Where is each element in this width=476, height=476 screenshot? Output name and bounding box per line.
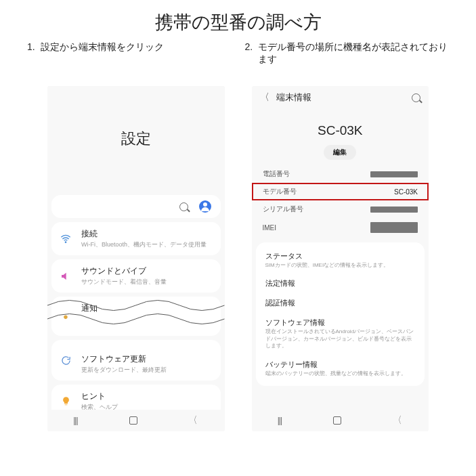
bell-icon: ● [60, 311, 71, 322]
device-model-name: SC-03K [252, 123, 429, 138]
section-sub: 現在インストールされているAndroidバージョン、ベースバンドバージョン、カー… [265, 328, 416, 349]
settings-search-row [51, 195, 221, 218]
kv-label: モデル番号 [263, 187, 297, 196]
kv-imei[interactable]: IMEI [252, 218, 429, 237]
section-title: ソフトウェア情報 [265, 318, 416, 328]
page-title: 携帯の型番の調べ方 [0, 0, 476, 41]
kv-value: SC-03K [394, 188, 418, 196]
phone-screenshot-device-info: 〈 端末情報 SC-03K 編集 電話番号 モデル番号 SC-03K シリアル番… [252, 86, 429, 431]
settings-header: 設定 [47, 86, 225, 191]
sound-icon [60, 271, 71, 282]
section-battery[interactable]: バッテリー情報 端末のバッテリーの状態、残量などの情報を表示します。 [263, 355, 418, 382]
steps-row: 1. 設定から端末情報をクリック 2. モデル番号の場所に機種名が表記されており… [0, 41, 476, 66]
device-model-block: SC-03K 編集 [252, 123, 429, 160]
step-2: 2. モデル番号の場所に機種名が表記されております [245, 41, 450, 66]
redacted-value [370, 171, 418, 177]
section-title: ステータス [265, 251, 416, 261]
step-text: 設定から端末情報をクリック [41, 41, 232, 53]
settings-item-title: 通知 [81, 303, 213, 314]
search-icon[interactable] [179, 202, 188, 211]
nav-recent-button[interactable]: ||| [73, 416, 77, 425]
section-title: 認証情報 [265, 298, 416, 308]
section-title: バッテリー情報 [265, 360, 416, 370]
device-info-top-bar: 〈 端末情報 [252, 86, 429, 106]
settings-item-notifications[interactable]: ● 通知 [51, 297, 221, 336]
section-title: 法定情報 [265, 278, 416, 288]
settings-item-sound[interactable]: サウンドとバイブ サウンドモード、着信音、音量 [51, 259, 221, 293]
settings-item-title: ヒント [81, 391, 213, 402]
nav-back-button[interactable]: 〈 [394, 414, 402, 427]
account-icon[interactable] [199, 200, 211, 213]
settings-item-title: ソフトウェア更新 [81, 353, 213, 365]
lightbulb-icon [60, 396, 71, 407]
update-icon [60, 355, 71, 366]
settings-item-software-update[interactable]: ソフトウェア更新 更新をダウンロード、最終更新 [51, 340, 221, 381]
settings-item-sub: Wi-Fi、Bluetooth、機内モード、データ使用量 [81, 240, 213, 249]
section-software[interactable]: ソフトウェア情報 現在インストールされているAndroidバージョン、ベースバン… [263, 313, 418, 354]
wifi-icon [60, 234, 71, 244]
kv-phone-number[interactable]: 電話番号 [252, 165, 429, 183]
kv-serial-number[interactable]: シリアル番号 [252, 200, 429, 218]
step-1: 1. 設定から端末情報をクリック [27, 41, 232, 66]
kv-model-number[interactable]: モデル番号 SC-03K [252, 183, 429, 200]
settings-header-title: 設定 [121, 129, 151, 149]
svg-point-0 [65, 242, 66, 242]
kv-label: IMEI [263, 224, 277, 232]
settings-item-connections[interactable]: 接続 Wi-Fi、Bluetooth、機内モード、データ使用量 [51, 222, 221, 255]
nav-home-button[interactable] [129, 416, 137, 425]
redacted-value [370, 222, 418, 233]
phone-screenshot-settings: 設定 接続 Wi-Fi、Bluetooth、機内モード、データ使用量 サウンドと… [47, 86, 225, 431]
edit-button[interactable]: 編集 [324, 145, 356, 160]
step-number: 1. [27, 41, 35, 52]
android-nav-bar: ||| 〈 [252, 410, 429, 431]
nav-home-button[interactable] [333, 416, 341, 425]
kv-label: シリアル番号 [263, 204, 303, 214]
section-legal[interactable]: 法定情報 [263, 274, 418, 293]
nav-recent-button[interactable]: ||| [278, 416, 282, 425]
back-icon[interactable]: 〈 [260, 91, 269, 104]
redacted-value [370, 207, 418, 213]
section-sub: SIMカードの状態、IMEIなどの情報を表示します。 [265, 262, 416, 269]
step-text: モデル番号の場所に機種名が表記されております [258, 41, 449, 66]
settings-item-title: サウンドとバイブ [81, 265, 213, 277]
device-info-title: 端末情報 [276, 91, 311, 104]
device-info-sections: ステータス SIMカードの状態、IMEIなどの情報を表示します。 法定情報 認証… [256, 242, 425, 386]
settings-item-sub: サウンドモード、着信音、音量 [81, 278, 213, 286]
android-nav-bar: ||| 〈 [47, 410, 225, 431]
section-sub: 端末のバッテリーの状態、残量などの情報を表示します。 [265, 370, 416, 377]
section-certification[interactable]: 認証情報 [263, 293, 418, 313]
nav-back-button[interactable]: 〈 [190, 414, 198, 427]
step-number: 2. [245, 41, 253, 52]
settings-item-title: 接続 [81, 228, 213, 240]
search-icon[interactable] [412, 93, 420, 102]
kv-label: 電話番号 [263, 169, 290, 179]
settings-item-sub: 更新をダウンロード、最終更新 [81, 366, 213, 374]
section-status[interactable]: ステータス SIMカードの状態、IMEIなどの情報を表示します。 [263, 246, 418, 274]
